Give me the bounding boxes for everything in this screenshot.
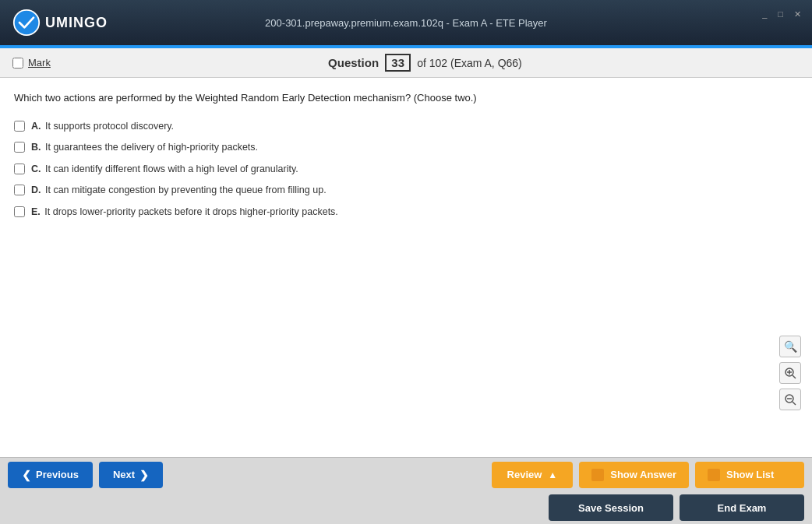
end-exam-label: End Exam: [718, 502, 767, 514]
bottom-toolbar: ❮ Previous Next ❯ Review ▲ Show Answer S…: [0, 457, 812, 524]
question-of-text: of 102 (Exam A, Q66): [417, 57, 522, 69]
svg-point-0: [14, 10, 39, 35]
option-text-b: B. It guarantees the delivery of high-pr…: [31, 141, 258, 155]
option-checkbox-d[interactable]: [14, 185, 25, 195]
end-exam-button[interactable]: End Exam: [680, 494, 804, 521]
option-item-d: D. It can mitigate congestion by prevent…: [14, 184, 798, 198]
option-item-e: E. It drops lower-priority packets befor…: [14, 206, 798, 220]
svg-line-6: [793, 402, 796, 405]
prev-arrow-icon: ❮: [22, 469, 31, 481]
show-answer-label: Show Answer: [610, 469, 676, 480]
option-item-c: C. It can identify different flows with …: [14, 163, 798, 177]
main-content: Which two actions are performed by the W…: [0, 78, 812, 457]
next-button[interactable]: Next ❯: [99, 462, 163, 488]
maximize-button[interactable]: □: [775, 8, 786, 21]
option-item-a: A. It supports protocol discovery.: [14, 120, 798, 134]
question-label: Question: [328, 56, 379, 69]
question-number-badge: 33: [385, 54, 411, 72]
option-label-c: C.: [31, 164, 41, 174]
zoom-out-btn[interactable]: [779, 389, 801, 410]
option-label-d: D.: [31, 185, 41, 195]
logo-icon: [12, 9, 41, 37]
option-checkbox-b[interactable]: [14, 142, 25, 153]
options-list: A. It supports protocol discovery.B. It …: [14, 120, 798, 220]
logo-text: UMINGO: [45, 15, 108, 31]
mark-label: Mark: [28, 57, 51, 69]
search-icon-btn[interactable]: 🔍: [779, 336, 801, 357]
option-label-a: A.: [31, 121, 41, 132]
show-list-button[interactable]: Show List: [695, 462, 804, 488]
next-label: Next: [113, 469, 135, 480]
save-session-label: Save Session: [578, 502, 644, 514]
option-checkbox-a[interactable]: [14, 121, 25, 132]
option-item-b: B. It guarantees the delivery of high-pr…: [14, 141, 798, 155]
zoom-in-btn[interactable]: [779, 362, 801, 384]
option-text-e: E. It drops lower-priority packets befor…: [31, 206, 338, 220]
review-label: Review: [507, 469, 542, 480]
zoom-in-icon: [784, 367, 796, 379]
review-button[interactable]: Review ▲: [492, 462, 574, 488]
logo-area: UMINGO: [12, 9, 108, 37]
option-text-a: A. It supports protocol discovery.: [31, 120, 174, 134]
question-text: Which two actions are performed by the W…: [14, 90, 798, 106]
option-checkbox-c[interactable]: [14, 164, 25, 174]
show-list-icon: [708, 469, 720, 481]
review-arrow-icon: ▲: [548, 469, 557, 480]
option-checkbox-e[interactable]: [14, 206, 25, 217]
show-list-label: Show List: [726, 469, 774, 480]
toolbar-row2: Save Session End Exam: [0, 491, 812, 524]
window-controls[interactable]: _ □ ✕: [759, 8, 804, 21]
toolbar-row1: ❮ Previous Next ❯ Review ▲ Show Answer S…: [0, 458, 812, 491]
minimize-button[interactable]: _: [759, 8, 770, 21]
question-number-area: Question 33 of 102 (Exam A, Q66): [51, 54, 800, 72]
previous-button[interactable]: ❮ Previous: [8, 462, 93, 488]
side-icons: 🔍: [779, 336, 801, 410]
zoom-out-icon: [784, 393, 796, 406]
previous-label: Previous: [36, 469, 79, 480]
titlebar: UMINGO 200-301.prepaway.premium.exam.102…: [0, 0, 812, 45]
option-label-e: E.: [31, 206, 41, 217]
option-text-d: D. It can mitigate congestion by prevent…: [31, 184, 327, 198]
option-text-c: C. It can identify different flows with …: [31, 163, 298, 177]
question-header: Mark Question 33 of 102 (Exam A, Q66): [0, 48, 812, 78]
svg-line-2: [793, 375, 796, 378]
save-session-button[interactable]: Save Session: [549, 494, 673, 521]
window-title: 200-301.prepaway.premium.exam.102q - Exa…: [265, 17, 547, 29]
show-answer-icon: [591, 469, 604, 481]
mark-input[interactable]: [12, 58, 23, 69]
mark-checkbox[interactable]: Mark: [12, 57, 51, 69]
next-arrow-icon: ❯: [139, 469, 149, 481]
close-button[interactable]: ✕: [791, 8, 804, 21]
search-icon: 🔍: [784, 340, 797, 353]
option-label-b: B.: [31, 142, 41, 153]
show-answer-button[interactable]: Show Answer: [579, 462, 689, 488]
